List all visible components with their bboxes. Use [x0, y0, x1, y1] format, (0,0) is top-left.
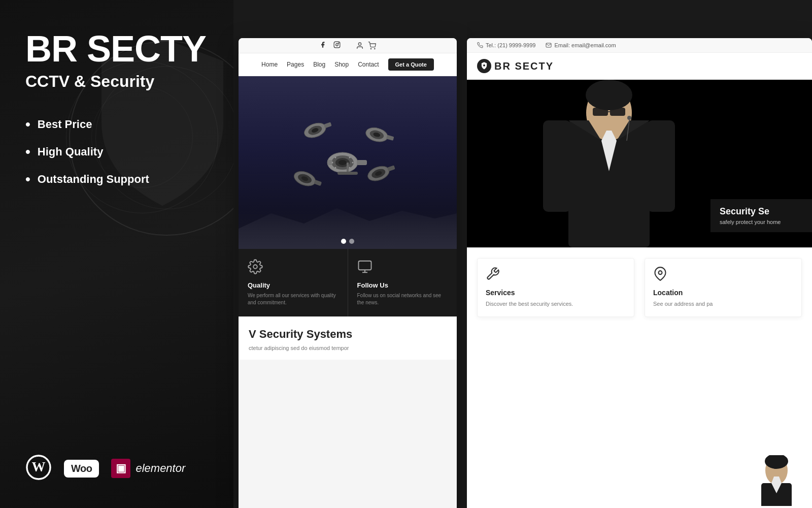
- user-icons: [356, 42, 376, 50]
- quality-card-text: We perform all our services with quality…: [248, 292, 339, 306]
- svg-rect-25: [324, 122, 332, 128]
- facebook-icon: [319, 41, 326, 50]
- menu-blog[interactable]: Blog: [313, 61, 325, 68]
- bottom-logos: W Woo ▣ elementor: [25, 454, 208, 483]
- hero-right: Security Se safely protect your home: [467, 80, 812, 247]
- svg-text:W: W: [31, 459, 45, 474]
- brand-title: BR SECTY: [25, 30, 208, 67]
- features-list: Best Price High Quality Outstanding Supp…: [25, 116, 208, 187]
- browser-nav-social: [239, 38, 457, 53]
- hero-image-area: [239, 76, 457, 249]
- svg-point-16: [335, 157, 336, 158]
- brand-shield-icon: [477, 59, 491, 73]
- left-panel: BR SECTY CCTV & Security Best Price High…: [0, 0, 233, 508]
- feature-card-follow: Follow Us Follow us on social networks a…: [348, 249, 457, 316]
- svg-point-7: [358, 43, 361, 45]
- social-icons: [319, 41, 341, 50]
- feature-cards: Quality We perform all our services with…: [239, 249, 457, 316]
- menu-home[interactable]: Home: [261, 61, 278, 68]
- location-title: Location: [653, 289, 793, 297]
- bg-circle-1: [66, 61, 218, 213]
- cart-icon: [368, 42, 376, 50]
- elementor-label: elementor: [136, 462, 185, 475]
- right-brand-logo: BR SECTY: [477, 59, 554, 73]
- svg-point-9: [375, 48, 375, 49]
- follow-card-title: Follow Us: [357, 281, 448, 289]
- svg-point-5: [336, 44, 339, 46]
- right-preview: Tel.: (21) 9999-9999 Email: email@email.…: [467, 0, 812, 508]
- woocommerce-badge: Woo: [64, 460, 99, 478]
- quality-icon: [248, 259, 339, 277]
- feature-item-2: High Quality: [25, 144, 208, 160]
- svg-point-6: [339, 43, 339, 43]
- email-info: Email: email@email.com: [546, 42, 616, 48]
- main-area: Home Pages Blog Shop Contact Get a Quote: [233, 0, 812, 508]
- elementor-icon: ▣: [111, 459, 130, 478]
- svg-point-19: [349, 167, 351, 169]
- brand-section: BR SECTY CCTV & Security Best Price High…: [25, 30, 208, 199]
- svg-point-13: [339, 160, 347, 165]
- location-icon: [653, 267, 793, 283]
- svg-rect-14: [357, 160, 367, 165]
- hero-right-title: Security Se: [720, 206, 803, 217]
- svg-rect-33: [314, 180, 322, 186]
- phone-icon: [477, 42, 483, 48]
- follow-card-text: Follow us on social networks and see the…: [357, 292, 448, 306]
- svg-rect-57: [543, 120, 571, 212]
- right-brand-bar: BR SECTY: [467, 53, 812, 80]
- svg-point-55: [627, 116, 631, 120]
- feature-card-quality: Quality We perform all our services with…: [239, 249, 348, 316]
- svg-rect-37: [387, 165, 395, 171]
- phone-info: Tel.: (21) 9999-9999: [477, 42, 535, 48]
- brand-subtitle: CCTV & Security: [25, 72, 208, 91]
- menu-contact[interactable]: Contact: [358, 61, 379, 68]
- cameras-svg: [292, 117, 403, 208]
- location-text: See our address and pa: [653, 300, 793, 308]
- svg-point-8: [370, 48, 371, 49]
- follow-icon: [357, 259, 448, 277]
- svg-rect-50: [610, 108, 625, 116]
- svg-rect-39: [337, 172, 358, 175]
- menu-cta-button[interactable]: Get a Quote: [388, 58, 434, 71]
- wordpress-logo: W: [25, 454, 52, 483]
- user-icon: [356, 42, 364, 50]
- footer-text: ctetur adipiscing sed do eiusmod tempor: [249, 344, 447, 353]
- service-card-location: Location See our address and pa: [645, 258, 802, 317]
- svg-rect-49: [593, 108, 608, 116]
- services-cards: Services Discover the best security serv…: [467, 247, 812, 327]
- dot-1[interactable]: [341, 239, 346, 244]
- bg-circle-2: [91, 86, 193, 188]
- feature-item-1: Best Price: [25, 116, 208, 133]
- phone-text: Tel.: (21) 9999-9999: [486, 42, 535, 48]
- services-text: Discover the best security services.: [486, 300, 626, 308]
- preview-footer: V Security Systems ctetur adipiscing sed…: [239, 316, 457, 360]
- hero-text-overlay: Security Se safely protect your home: [710, 199, 812, 232]
- quality-card-title: Quality: [248, 281, 339, 289]
- right-preview-inner: Tel.: (21) 9999-9999 Email: email@email.…: [467, 38, 812, 508]
- right-brand-name: BR SECTY: [494, 60, 554, 72]
- svg-point-20: [332, 162, 333, 164]
- instagram-icon: [333, 41, 341, 50]
- browser-menu: Home Pages Blog Shop Contact Get a Quote: [239, 53, 457, 76]
- svg-rect-29: [386, 135, 394, 141]
- elementor-badge: ▣ elementor: [111, 459, 185, 478]
- footer-title: V Security Systems: [249, 328, 447, 341]
- menu-shop[interactable]: Shop: [334, 61, 349, 68]
- right-topbar: Tel.: (21) 9999-9999 Email: email@email.…: [467, 38, 812, 53]
- svg-point-44: [483, 65, 485, 67]
- feature-item-3: Outstanding Support: [25, 171, 208, 187]
- email-text: Email: email@email.com: [554, 42, 616, 48]
- menu-pages[interactable]: Pages: [287, 61, 304, 68]
- services-icon: [486, 267, 626, 283]
- browser-mockup-left: Home Pages Blog Shop Contact Get a Quote: [239, 38, 457, 508]
- slideshow-dots: [341, 239, 354, 244]
- svg-rect-58: [647, 120, 675, 212]
- svg-point-21: [352, 162, 354, 164]
- svg-point-48: [586, 80, 632, 110]
- dot-2[interactable]: [349, 239, 354, 244]
- hero-right-subtitle: safely protect your home: [720, 219, 803, 225]
- services-title: Services: [486, 289, 626, 297]
- svg-rect-4: [334, 42, 340, 48]
- svg-point-40: [253, 265, 257, 269]
- email-icon: [546, 42, 552, 48]
